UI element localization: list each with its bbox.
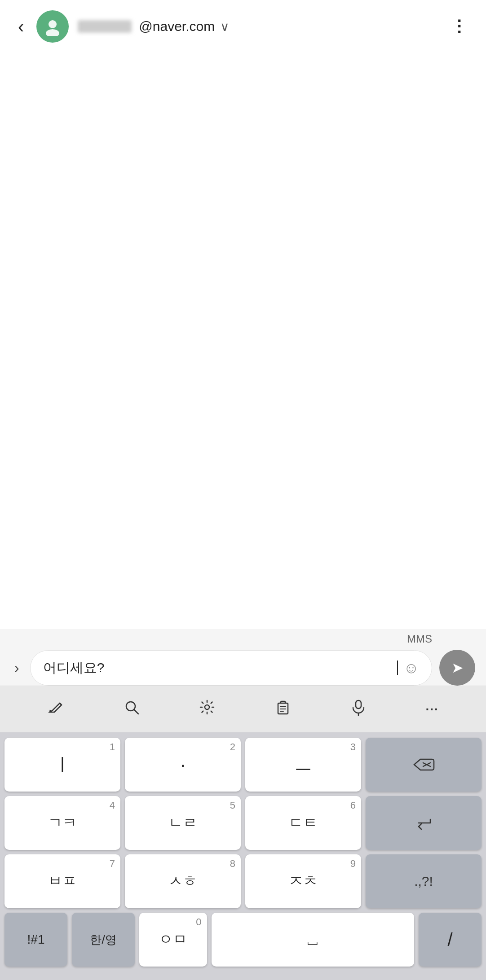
enter-key[interactable] (366, 796, 482, 850)
slash-key[interactable]: / (419, 913, 482, 967)
search-icon[interactable] (114, 695, 149, 723)
contact-name-area: @naver.com ∨ (78, 19, 438, 34)
key-dot[interactable]: 2 · (125, 738, 241, 792)
key-ㅅㅎ[interactable]: 8 ㅅㅎ (125, 854, 241, 908)
message-text: 어디세요? (43, 659, 392, 677)
more-options-button[interactable]: ⋮ (447, 13, 472, 39)
backspace-icon (412, 756, 435, 774)
svg-rect-9 (356, 700, 361, 709)
key-ㅡ[interactable]: 3 ㅡ (245, 738, 361, 792)
mic-icon[interactable] (341, 695, 376, 723)
more-toolbar-icon[interactable]: ··· (416, 699, 447, 720)
avatar (36, 10, 69, 43)
enter-icon (412, 814, 435, 832)
key-ㄷㅌ[interactable]: 6 ㄷㅌ (245, 796, 361, 850)
pen-icon[interactable] (38, 695, 73, 723)
key-ㅂㅍ[interactable]: 7 ㅂㅍ (4, 854, 120, 908)
lang-switch-key[interactable]: 한/영 (72, 913, 135, 967)
svg-point-0 (49, 20, 57, 28)
svg-line-3 (134, 709, 138, 714)
chat-area (0, 49, 486, 629)
name-blur (78, 20, 132, 33)
emoji-button[interactable]: ☺ (403, 659, 419, 677)
input-row: › 어디세요? ☺ ➤ (0, 645, 486, 686)
mms-label: MMS (407, 633, 432, 645)
contact-email: @naver.com (139, 19, 215, 34)
keyboard-row-2: 4 ㄱㅋ 5 ㄴㄹ 6 ㄷㅌ (4, 796, 482, 850)
keyboard-row-3: 7 ㅂㅍ 8 ㅅㅎ 9 ㅈㅊ .,?! (4, 854, 482, 908)
svg-point-4 (205, 705, 209, 709)
keyboard-row-4: !#1 한/영 0 ㅇㅁ ⎵ / (4, 913, 482, 967)
back-button[interactable]: ‹ (14, 13, 27, 40)
send-button[interactable]: ➤ (439, 650, 475, 686)
key-ㅈㅊ[interactable]: 9 ㅈㅊ (245, 854, 361, 908)
message-input-field[interactable]: 어디세요? ☺ (30, 650, 432, 686)
svg-point-1 (46, 29, 59, 36)
key-ㄱㅋ[interactable]: 4 ㄱㅋ (4, 796, 120, 850)
key-ㅣ[interactable]: 1 ㅣ (4, 738, 120, 792)
key-ㅇㅁ[interactable]: 0 ㅇㅁ (139, 913, 207, 967)
keyboard-row-1: 1 ㅣ 2 · 3 ㅡ (4, 738, 482, 792)
numpad-key[interactable]: !#1 (4, 913, 67, 967)
spacebar-key[interactable]: ⎵ (212, 913, 415, 967)
chevron-down-icon[interactable]: ∨ (220, 19, 230, 34)
send-icon: ➤ (451, 659, 464, 676)
keyboard: 1 ㅣ 2 · 3 ㅡ 4 ㄱㅋ 5 ㄴㄹ 6 (0, 732, 486, 980)
key-ㄴㄹ[interactable]: 5 ㄴㄹ (125, 796, 241, 850)
avatar-person-icon (43, 17, 62, 36)
header: ‹ @naver.com ∨ ⋮ (0, 0, 486, 49)
text-cursor (397, 661, 398, 675)
backspace-key[interactable] (366, 738, 482, 792)
expand-button[interactable]: › (11, 656, 23, 680)
punctuation-key[interactable]: .,?! (366, 854, 482, 908)
settings-icon[interactable] (190, 695, 225, 723)
keyboard-toolbar: ··· (0, 686, 486, 732)
clipboard-icon[interactable] (265, 695, 300, 723)
